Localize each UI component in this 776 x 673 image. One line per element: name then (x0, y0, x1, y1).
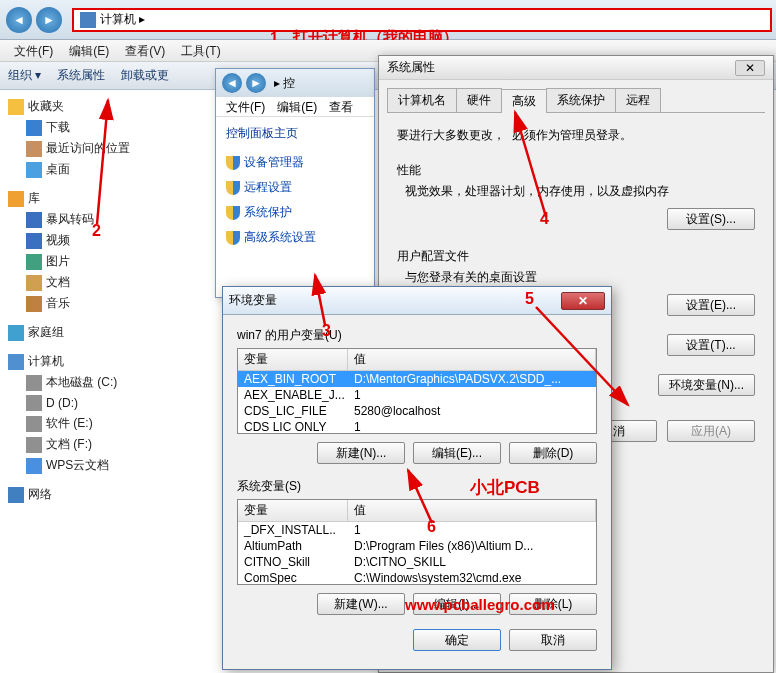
cp-menu-file[interactable]: 文件(F) (220, 97, 271, 116)
user-vars-label: win7 的用户变量(U) (237, 327, 597, 344)
music-icon (26, 296, 42, 312)
document-icon (26, 275, 42, 291)
user-vars-list[interactable]: 变量值 AEX_BIN_ROOTD:\MentorGraphics\PADSVX… (237, 348, 597, 434)
tab-protection[interactable]: 系统保护 (546, 88, 616, 112)
star-icon (8, 99, 24, 115)
menu-file[interactable]: 文件(F) (6, 40, 61, 61)
computer-icon (8, 354, 24, 370)
apply-button[interactable]: 应用(A) (667, 420, 755, 442)
env-row[interactable]: CITNO_SkillD:\CITNO_SKILL (238, 554, 596, 570)
sidebar-wps[interactable]: WPS云文档 (8, 455, 200, 476)
sys-edit-button[interactable]: 编辑(I)... (413, 593, 501, 615)
sidebar-video[interactable]: 视频 (8, 230, 200, 251)
perf-settings-button[interactable]: 设置(S)... (667, 208, 755, 230)
profile-settings-button[interactable]: 设置(E)... (667, 294, 755, 316)
sys-vars-label: 系统变量(S) (237, 478, 597, 495)
sidebar-libraries[interactable]: 库 (8, 188, 200, 209)
env-row[interactable]: AltiumPathD:\Program Files (x86)\Altium … (238, 538, 596, 554)
profile-desc: 与您登录有关的桌面设置 (405, 269, 755, 286)
sidebar-pictures[interactable]: 图片 (8, 251, 200, 272)
nav-fwd[interactable]: ► (36, 7, 62, 33)
cp-advanced[interactable]: 高级系统设置 (226, 225, 364, 250)
sidebar-network[interactable]: 网络 (8, 484, 200, 505)
desktop-icon (26, 162, 42, 178)
tab-advanced[interactable]: 高级 (501, 89, 547, 113)
close-button[interactable]: ✕ (735, 60, 765, 76)
cp-nav-fwd[interactable]: ► (246, 73, 266, 93)
cp-home-title: 控制面板主页 (226, 125, 364, 142)
shield-icon (226, 181, 240, 195)
sidebar-favorites[interactable]: 收藏夹 (8, 96, 200, 117)
nav-back[interactable]: ◄ (6, 7, 32, 33)
sysprops-title: 系统属性 (387, 59, 435, 76)
sysprops-tabs: 计算机名 硬件 高级 系统保护 远程 (387, 88, 765, 113)
profile-header: 用户配置文件 (397, 248, 755, 265)
sys-new-button[interactable]: 新建(W)... (317, 593, 405, 615)
sidebar-recent[interactable]: 最近访问的位置 (8, 138, 200, 159)
wps-icon (26, 458, 42, 474)
sidebar-disk-d[interactable]: D (D:) (8, 393, 200, 413)
tool-organize[interactable]: 组织 ▾ (8, 67, 41, 84)
env-vars-button[interactable]: 环境变量(N)... (658, 374, 755, 396)
env-row[interactable]: AEX_ENABLE_J...1 (238, 387, 596, 403)
tab-hardware[interactable]: 硬件 (456, 88, 502, 112)
sidebar-computer[interactable]: 计算机 (8, 351, 200, 372)
sidebar-disk-f[interactable]: 文档 (F:) (8, 434, 200, 455)
env-cancel-button[interactable]: 取消 (509, 629, 597, 651)
picture-icon (26, 254, 42, 270)
computer-icon (80, 12, 96, 28)
cp-menu-edit[interactable]: 编辑(E) (271, 97, 323, 116)
sidebar-disk-e[interactable]: 软件 (E:) (8, 413, 200, 434)
sidebar-baofeng[interactable]: 暴风转码 (8, 209, 200, 230)
menu-view[interactable]: 查看(V) (117, 40, 173, 61)
env-vars-dialog: 环境变量 ✕ win7 的用户变量(U) 变量值 AEX_BIN_ROOTD:\… (222, 286, 612, 670)
user-edit-button[interactable]: 编辑(E)... (413, 442, 501, 464)
sys-vars-list[interactable]: 变量值 _DFX_INSTALL..1AltiumPathD:\Program … (237, 499, 597, 585)
env-row[interactable]: _DFX_INSTALL..1 (238, 522, 596, 538)
recent-icon (26, 141, 42, 157)
admin-note: 要进行大多数更改， 必须作为管理员登录。 (397, 127, 755, 144)
control-panel-window: ◄ ► ▸ 控 文件(F) 编辑(E) 查看 控制面板主页 设备管理器 远程设置… (215, 68, 375, 298)
download-icon (26, 120, 42, 136)
env-row[interactable]: CDS LIC ONLY1 (238, 419, 596, 434)
cp-menu-view[interactable]: 查看 (323, 97, 359, 116)
env-title: 环境变量 (229, 292, 277, 309)
env-ok-button[interactable]: 确定 (413, 629, 501, 651)
tool-uninstall[interactable]: 卸载或更 (121, 67, 169, 84)
network-icon (8, 487, 24, 503)
shield-icon (226, 206, 240, 220)
cp-devmgr[interactable]: 设备管理器 (226, 150, 364, 175)
video-icon (26, 212, 42, 228)
tab-computername[interactable]: 计算机名 (387, 88, 457, 112)
menu-tools[interactable]: 工具(T) (173, 40, 228, 61)
cp-addr: ▸ 控 (274, 75, 295, 92)
env-row[interactable]: ComSpecC:\Windows\system32\cmd.exe (238, 570, 596, 585)
env-row[interactable]: AEX_BIN_ROOTD:\MentorGraphics\PADSVX.2\S… (238, 371, 596, 387)
tab-remote[interactable]: 远程 (615, 88, 661, 112)
sys-delete-button[interactable]: 删除(L) (509, 593, 597, 615)
env-close-button[interactable]: ✕ (561, 292, 605, 310)
user-new-button[interactable]: 新建(N)... (317, 442, 405, 464)
sidebar-documents[interactable]: 文档 (8, 272, 200, 293)
cp-nav-back[interactable]: ◄ (222, 73, 242, 93)
sidebar-homegroup[interactable]: 家庭组 (8, 322, 200, 343)
env-row[interactable]: CDS_LIC_FILE5280@localhost (238, 403, 596, 419)
shield-icon (226, 231, 240, 245)
user-delete-button[interactable]: 删除(D) (509, 442, 597, 464)
disk-icon (26, 416, 42, 432)
startup-settings-button[interactable]: 设置(T)... (667, 334, 755, 356)
sidebar-music[interactable]: 音乐 (8, 293, 200, 314)
cp-protect[interactable]: 系统保护 (226, 200, 364, 225)
library-icon (8, 191, 24, 207)
sidebar-disk-c[interactable]: 本地磁盘 (C:) (8, 372, 200, 393)
tool-sysprops[interactable]: 系统属性 (57, 67, 105, 84)
homegroup-icon (8, 325, 24, 341)
sidebar-desktop[interactable]: 桌面 (8, 159, 200, 180)
disk-icon (26, 395, 42, 411)
cp-remote[interactable]: 远程设置 (226, 175, 364, 200)
sidebar-downloads[interactable]: 下载 (8, 117, 200, 138)
video-icon (26, 233, 42, 249)
menu-edit[interactable]: 编辑(E) (61, 40, 117, 61)
address-text: 计算机 ▸ (100, 11, 145, 28)
disk-icon (26, 375, 42, 391)
